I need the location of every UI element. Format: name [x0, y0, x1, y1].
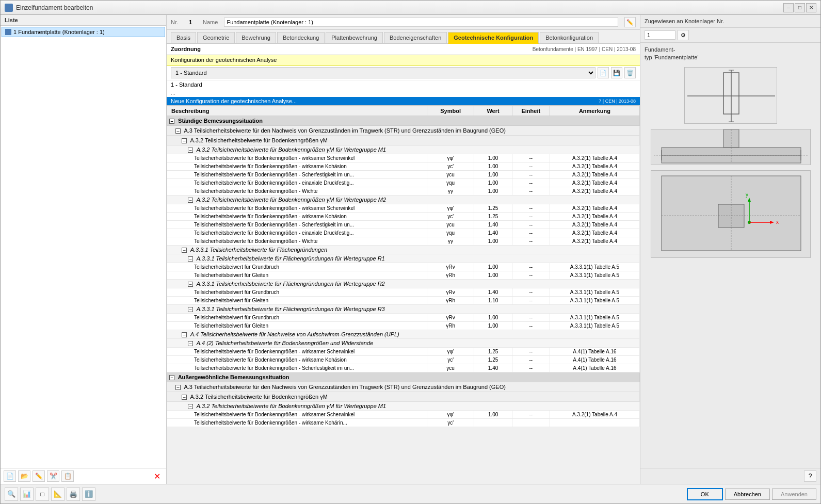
- data-table-container: Beschreibung Symbol Wert Einheit Anmerku…: [167, 106, 640, 484]
- table-row[interactable]: Teilsicherheitsbeiwerte für Bodenkenngrö…: [167, 154, 640, 162]
- bottom-print-button[interactable]: 🖨️: [67, 487, 80, 501]
- left-toolbar: 📄 📂 ✏️ ✂️ 📋 ✕: [1, 468, 166, 484]
- window-title: Einzelfundament bearbeiten: [16, 4, 780, 11]
- col-symbol: Symbol: [427, 106, 474, 116]
- bottom-bar: 🔍 📊 □ 📐 🖨️ ℹ️ OK Abbrechen Anwenden: [1, 484, 820, 503]
- name-edit-button[interactable]: ✏️: [624, 17, 636, 27]
- table-row: – A.4 Teilsicherheitsbeiwerte für Nachwe…: [167, 330, 640, 339]
- bottom-window-button[interactable]: □: [36, 487, 49, 501]
- table-row[interactable]: Teilsicherheitsbeiwerte für Bodenkenngrö…: [167, 221, 640, 229]
- tab-betondeckung[interactable]: Betondeckung: [277, 32, 325, 43]
- table-row[interactable]: Teilsicherheitsbeiwert für Gleiten γRh 1…: [167, 297, 640, 305]
- table-row[interactable]: Teilsicherheitsbeiwerte für Bodenkenngrö…: [167, 171, 640, 179]
- abbrechen-button[interactable]: Abbrechen: [725, 489, 770, 500]
- bottom-measure-button[interactable]: 📐: [51, 487, 65, 501]
- ok-button[interactable]: OK: [687, 488, 723, 500]
- config-dropdown-area: 1 - Standard ... Neue Konfiguration der …: [167, 80, 640, 106]
- table-row[interactable]: Teilsicherheitsbeiwerte für Bodenkenngrö…: [167, 419, 640, 427]
- diagram-footing-side: [651, 129, 811, 165]
- right-bottom-bar: ?: [640, 468, 820, 484]
- tab-geometrie[interactable]: Geometrie: [197, 32, 235, 43]
- fund-typ-text: Fundament-typ 'Fundamentplatte': [645, 46, 698, 60]
- tab-plattenbewehrung[interactable]: Plattenbewehrung: [326, 32, 383, 43]
- anwenden-button[interactable]: Anwenden: [772, 489, 816, 500]
- table-row[interactable]: Teilsicherheitsbeiwerte für Bodenkenngrö…: [167, 411, 640, 419]
- app-icon: [5, 4, 13, 12]
- table-row: – A.3 Teilsicherheitsbeiwerte für den Na…: [167, 382, 640, 392]
- zugewiesen-input[interactable]: [645, 30, 675, 40]
- dropdown-standard-label: 1 - Standard: [171, 82, 202, 88]
- table-row[interactable]: Teilsicherheitsbeiwert für Grundbruch γR…: [167, 263, 640, 271]
- minimize-button[interactable]: –: [783, 3, 794, 12]
- table-row[interactable]: Teilsicherheitsbeiwerte für Bodenkenngrö…: [167, 356, 640, 364]
- open-button[interactable]: 📂: [18, 470, 30, 482]
- bottom-search-button[interactable]: 🔍: [5, 487, 18, 501]
- name-row: Nr. 1 Name ✏️: [167, 15, 640, 30]
- table-row[interactable]: Teilsicherheitsbeiwerte für Bodenkenngrö…: [167, 213, 640, 221]
- data-table: Beschreibung Symbol Wert Einheit Anmerku…: [167, 106, 640, 427]
- table-row[interactable]: Teilsicherheitsbeiwerte für Bodenkenngrö…: [167, 348, 640, 356]
- table-row[interactable]: Teilsicherheitsbeiwert für Grundbruch γR…: [167, 314, 640, 322]
- table-row: – A.3.2 Teilsicherheitsbeiwerte für Bode…: [167, 196, 640, 204]
- table-row[interactable]: Teilsicherheitsbeiwert für Grundbruch γR…: [167, 288, 640, 297]
- title-bar: Einzelfundament bearbeiten – □ ✕: [1, 1, 820, 15]
- table-row: – A.3.3.1 Teilsicherheitsbeiwerte für Fl…: [167, 305, 640, 314]
- bottom-chart-button[interactable]: 📊: [20, 487, 34, 501]
- paste-button[interactable]: 📋: [61, 470, 74, 482]
- list-header: Liste: [1, 15, 166, 26]
- table-row[interactable]: Teilsicherheitsbeiwerte für Bodenkenngrö…: [167, 229, 640, 237]
- tabs-bar: Basis Geometrie Bewehrung Betondeckung P…: [167, 30, 640, 44]
- close-button[interactable]: ✕: [806, 3, 816, 12]
- edit-button[interactable]: ✏️: [33, 470, 45, 482]
- left-panel: Liste 1 Fundamentplatte (Knotenlager : 1…: [1, 15, 167, 484]
- zuordnung-bar: Zuordnung Betonfundamente | EN 1997 | CE…: [167, 44, 640, 55]
- list-item-icon: [5, 29, 11, 35]
- new-button[interactable]: 📄: [4, 470, 16, 482]
- col-einheit: Einheit: [512, 106, 550, 116]
- table-row: – Außergewöhnliche Bemessungssituation: [167, 372, 640, 382]
- list-item-label: 1 Fundamentplatte (Knotenlager : 1): [13, 29, 105, 35]
- zugewiesen-gear-button[interactable]: ⚙: [678, 30, 689, 40]
- dropdown-item-standard[interactable]: 1 - Standard: [167, 80, 640, 89]
- tab-betonkonfiguration[interactable]: Betonkonfiguration: [540, 32, 599, 43]
- tab-bodeneigenschaften[interactable]: Bodeneigenschaften: [384, 32, 447, 43]
- table-row: – A.3.2 Teilsicherheitsbeiwerte für Bode…: [167, 392, 640, 402]
- table-row[interactable]: Teilsicherheitsbeiwerte für Bodenkenngrö…: [167, 237, 640, 246]
- config-save-button[interactable]: 💾: [611, 67, 622, 78]
- tab-geotechnische-konfiguration[interactable]: Geotechnische Konfiguration: [448, 32, 539, 44]
- table-row: – A.3.3.1 Teilsicherheitsbeiwerte für Fl…: [167, 246, 640, 254]
- help-button[interactable]: ?: [804, 470, 816, 482]
- table-row[interactable]: Teilsicherheitsbeiwerte für Bodenkenngrö…: [167, 204, 640, 213]
- config-label-bar: Konfiguration der geotechnischen Analyse: [167, 55, 640, 66]
- config-delete-button[interactable]: 🗑️: [624, 67, 636, 78]
- list-item[interactable]: 1 Fundamentplatte (Knotenlager : 1): [2, 27, 165, 37]
- table-row[interactable]: Teilsicherheitsbeiwert für Gleiten γRh 1…: [167, 271, 640, 280]
- diagram-footing-top: x y: [651, 170, 811, 258]
- cut-button[interactable]: ✂️: [47, 470, 59, 482]
- fund-typ-label: Fundament-typ 'Fundamentplatte': [640, 43, 820, 65]
- nr-label: Nr.: [171, 19, 178, 25]
- tab-basis[interactable]: Basis: [171, 32, 196, 43]
- dropdown-item-neue[interactable]: Neue Konfiguration der geotechnischen An…: [167, 97, 640, 105]
- table-row[interactable]: Teilsicherheitsbeiwerte für Bodenkenngrö…: [167, 179, 640, 187]
- name-input[interactable]: [224, 18, 618, 27]
- table-row: – A.3.3.1 Teilsicherheitsbeiwerte für Fl…: [167, 254, 640, 263]
- table-row[interactable]: Teilsicherheitsbeiwerte für Bodenkenngrö…: [167, 162, 640, 171]
- diagram-column: [684, 67, 777, 124]
- config-new-button[interactable]: 📄: [598, 67, 609, 78]
- table-row: – A.4 (2) Teilsicherheitsbeiwerte für Bo…: [167, 339, 640, 348]
- tab-bewehrung[interactable]: Bewehrung: [236, 32, 276, 43]
- col-anmerkung: Anmerkung: [550, 106, 639, 116]
- config-select[interactable]: 1 - Standard: [171, 67, 595, 78]
- dropdown-item-dots[interactable]: ...: [167, 89, 640, 97]
- delete-button[interactable]: ✕: [151, 470, 163, 482]
- col-beschreibung: Beschreibung: [167, 106, 427, 116]
- table-row[interactable]: Teilsicherheitsbeiwerte für Bodenkenngrö…: [167, 364, 640, 372]
- table-row: – A.3.2 Teilsicherheitsbeiwerte für Bode…: [167, 402, 640, 411]
- bottom-info-button[interactable]: ℹ️: [82, 487, 95, 501]
- svg-text:y: y: [746, 192, 748, 198]
- maximize-button[interactable]: □: [795, 3, 805, 12]
- config-select-row: 1 - Standard 📄 💾 🗑️: [167, 66, 640, 80]
- table-row[interactable]: Teilsicherheitsbeiwerte für Bodenkenngrö…: [167, 187, 640, 196]
- table-row[interactable]: Teilsicherheitsbeiwert für Gleiten γRh 1…: [167, 322, 640, 330]
